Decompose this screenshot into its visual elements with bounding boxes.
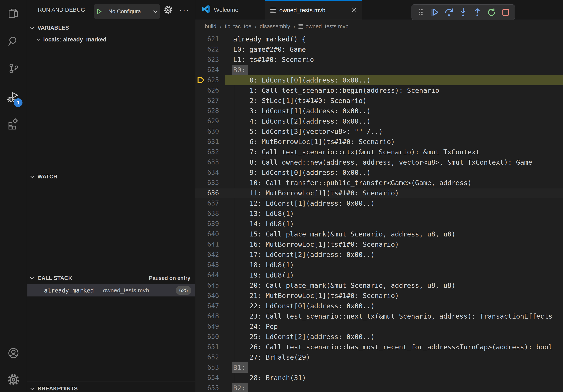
line-number[interactable]: 621	[195, 34, 225, 44]
start-debug-icon[interactable]	[94, 4, 105, 19]
code-line[interactable]: 64217: LdConst[2](address: 0x00..)	[195, 249, 563, 260]
code-line[interactable]: 63510: Call transfer::public_transfer<Ga…	[195, 178, 563, 188]
line-number[interactable]: 648	[195, 311, 225, 321]
debug-config-dropdown[interactable]: No Configura	[94, 4, 160, 19]
explorer-icon[interactable]	[7, 7, 20, 20]
line-number[interactable]: 651	[195, 342, 225, 352]
continue-icon[interactable]	[429, 7, 440, 18]
code-line[interactable]: 6338: Call owned::new(address, address, …	[195, 157, 563, 167]
more-actions-icon[interactable]: ···	[179, 5, 190, 15]
line-number[interactable]: 645	[195, 280, 225, 290]
code-line[interactable]: 6305: LdConst[3](vector<u8>: "" /..)	[195, 126, 563, 137]
line-number[interactable]: 649	[195, 321, 225, 332]
line-number[interactable]: 641	[195, 239, 225, 249]
line-number[interactable]: 635	[195, 178, 225, 188]
line-number[interactable]: 633	[195, 157, 225, 167]
line-number[interactable]: 627	[195, 95, 225, 106]
code-line[interactable]: 63914: LdU8(1)	[195, 219, 563, 229]
code-line[interactable]: 64520: Call place_mark(&mut Scenario, ad…	[195, 280, 563, 290]
breadcrumb-item[interactable]: disassembly	[260, 23, 290, 30]
code-line[interactable]: 6294: LdConst[2](address: 0x00..)	[195, 116, 563, 126]
code-line[interactable]: 6250: LdConst[0](address: 0x00..)	[195, 75, 563, 85]
code-line[interactable]: 6349: LdConst[0](address: 0x00..)	[195, 167, 563, 178]
code-line[interactable]: 623L1: ts#1#0: Scenario	[195, 54, 563, 65]
line-number[interactable]: 639	[195, 219, 225, 229]
line-number[interactable]: 638	[195, 209, 225, 219]
line-number[interactable]: 631	[195, 137, 225, 147]
code-line[interactable]: 64621: MutBorrowLoc[1](ts#1#0: Scenario)	[195, 290, 563, 301]
line-number[interactable]: 634	[195, 167, 225, 178]
code-line[interactable]: 624B0:	[195, 65, 563, 75]
line-number[interactable]: 628	[195, 106, 225, 116]
code-line[interactable]: 6327: Call test_scenario::ctx(&mut Scena…	[195, 147, 563, 157]
code-line[interactable]: 63813: LdU8(1)	[195, 209, 563, 219]
code-line[interactable]: 653B1:	[195, 362, 563, 373]
restart-icon[interactable]	[486, 7, 497, 18]
line-number[interactable]: 654	[195, 373, 225, 383]
line-number[interactable]: 653	[195, 362, 225, 373]
breadcrumb-item[interactable]: build	[205, 23, 217, 30]
settings-gear-icon[interactable]	[7, 373, 20, 386]
search-icon[interactable]	[7, 35, 20, 48]
call-stack-frame-row[interactable]: already_marked owned_tests.mvb 625	[27, 284, 195, 297]
code-line[interactable]: 64116: MutBorrowLoc[1](ts#1#0: Scenario)	[195, 239, 563, 249]
watch-section-header[interactable]: WATCH	[27, 171, 195, 182]
line-number[interactable]: 624	[195, 65, 225, 75]
breadcrumb-item[interactable]: owned_tests.mvb	[298, 23, 349, 30]
code-line[interactable]: 64419: LdU8(1)	[195, 270, 563, 280]
line-number[interactable]: 652	[195, 352, 225, 362]
code-line[interactable]: 65025: LdConst[2](address: 0x00..)	[195, 332, 563, 342]
code-line[interactable]: 65126: Call test_scenario::has_most_rece…	[195, 342, 563, 352]
line-number[interactable]: 644	[195, 270, 225, 280]
breakpoints-section-header[interactable]: BREAKPOINTS	[27, 383, 195, 392]
code-line[interactable]: 63712: LdConst[1](address: 0x00..)	[195, 198, 563, 209]
line-number[interactable]: 630	[195, 126, 225, 137]
source-control-icon[interactable]	[7, 62, 20, 75]
extensions-icon[interactable]	[7, 118, 20, 130]
code-line[interactable]: 63611: MutBorrowLoc[1](ts#1#0: Scenario)	[195, 188, 563, 198]
code-line[interactable]: 64823: Call test_scenario::next_tx(&mut …	[195, 311, 563, 321]
line-number[interactable]: 643	[195, 260, 225, 270]
gear-icon[interactable]	[164, 6, 173, 15]
close-icon[interactable]	[351, 8, 357, 13]
code-line[interactable]: 65428: Branch(31)	[195, 373, 563, 383]
variables-section-header[interactable]: VARIABLES	[27, 22, 195, 34]
code-line[interactable]: 621already_marked() {	[195, 34, 563, 44]
line-number[interactable]: 642	[195, 249, 225, 260]
code-line[interactable]: 655B2:	[195, 383, 563, 392]
line-number[interactable]: 632	[195, 147, 225, 157]
code-line[interactable]: 65227: BrFalse(29)	[195, 352, 563, 362]
tab-owned-tests[interactable]: owned_tests.mvb	[265, 0, 362, 20]
line-number[interactable]: 625	[195, 75, 225, 85]
line-number[interactable]: 640	[195, 229, 225, 239]
code-line[interactable]: 6272: StLoc[1](ts#1#0: Scenario)	[195, 95, 563, 106]
code-line[interactable]: 6283: LdConst[1](address: 0x00..)	[195, 106, 563, 116]
code-line[interactable]: 64722: LdConst[0](address: 0x00..)	[195, 301, 563, 311]
code-line[interactable]: 6261: Call test_scenario::begin(address)…	[195, 85, 563, 95]
variables-locals-row[interactable]: locals: already_marked	[27, 34, 195, 45]
line-number[interactable]: 622	[195, 44, 225, 54]
line-number[interactable]: 629	[195, 116, 225, 126]
line-number[interactable]: 655	[195, 383, 225, 392]
line-number[interactable]: 647	[195, 301, 225, 311]
tab-welcome[interactable]: Welcome	[195, 0, 265, 20]
line-number[interactable]: 637	[195, 198, 225, 209]
code-line[interactable]: 6316: MutBorrowLoc[1](ts#1#0: Scenario)	[195, 137, 563, 147]
step-into-icon[interactable]	[458, 7, 469, 18]
drag-handle-icon[interactable]	[415, 7, 426, 18]
stop-icon[interactable]	[500, 7, 512, 18]
code-line[interactable]: 64924: Pop	[195, 321, 563, 332]
line-number[interactable]: 623	[195, 54, 225, 65]
account-icon[interactable]	[7, 347, 20, 359]
code-line[interactable]: 64318: LdU8(1)	[195, 260, 563, 270]
step-over-icon[interactable]	[443, 7, 455, 18]
line-number[interactable]: 626	[195, 85, 225, 95]
line-number[interactable]: 636	[195, 188, 225, 198]
code-line[interactable]: 64015: Call place_mark(&mut Scenario, ad…	[195, 229, 563, 239]
code-line[interactable]: 622L0: game#2#0: Game	[195, 44, 563, 54]
step-out-icon[interactable]	[472, 7, 483, 18]
line-number[interactable]: 650	[195, 332, 225, 342]
call-stack-section-header[interactable]: CALL STACK Paused on entry	[27, 272, 195, 284]
breadcrumb-item[interactable]: tic_tac_toe	[225, 23, 251, 30]
line-number[interactable]: 646	[195, 290, 225, 301]
